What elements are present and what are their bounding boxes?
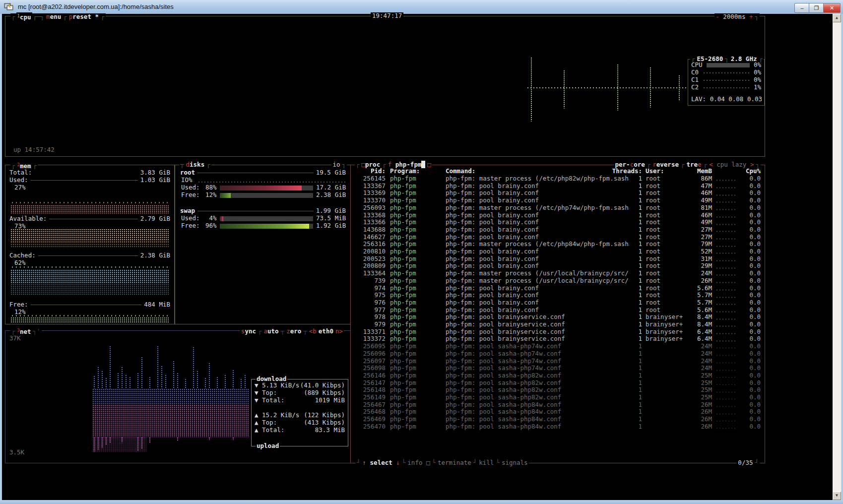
- process-row[interactable]: 256149php-fpmphp-fpm: pool sasha-php82w.…: [354, 394, 761, 401]
- process-row[interactable]: 975php-fpmphp-fpm: pool brainy.conf1root…: [354, 292, 761, 299]
- process-command: php-fpm: pool sasha-php84w.conf: [446, 408, 629, 416]
- process-row[interactable]: 200810php-fpmphp-fpm: pool brainy.conf1r…: [354, 248, 761, 255]
- preset-button[interactable]: preset *: [68, 13, 100, 21]
- process-row[interactable]: 133369php-fpmphp-fpm: pool brainy.conf1r…: [354, 189, 761, 197]
- net-download-spike: [129, 377, 131, 388]
- process-row[interactable]: 200809php-fpmphp-fpm: pool brainy.conf1r…: [354, 262, 761, 270]
- net-download-spike: [121, 367, 124, 388]
- terminate-button[interactable]: terminate: [437, 459, 472, 467]
- process-row[interactable]: 256097php-fpmphp-fpm: pool sasha-php74w.…: [354, 358, 761, 365]
- process-row[interactable]: 256148php-fpmphp-fpm: pool sasha-php82w.…: [354, 386, 761, 394]
- process-row[interactable]: 256098php-fpmphp-fpm: pool sasha-php74w.…: [354, 365, 761, 372]
- process-row[interactable]: 133364php-fpmphp-fpm: master process (/u…: [354, 270, 761, 277]
- process-pid: 143688: [354, 226, 386, 234]
- process-row[interactable]: 133370php-fpmphp-fpm: pool brainy.conf1r…: [354, 197, 761, 204]
- process-mem-graph: [715, 427, 737, 430]
- process-row[interactable]: 256469php-fpmphp-fpm: pool sasha-php84w.…: [354, 416, 761, 423]
- process-mem-graph: [715, 267, 737, 269]
- process-mem-graph: [715, 216, 737, 218]
- process-command: php-fpm: master process (/usr/local/brai…: [446, 277, 629, 285]
- process-mem: 26M: [688, 416, 712, 423]
- process-row[interactable]: 133371php-fpmphp-fpm: pool brainyservice…: [354, 328, 761, 336]
- select-control[interactable]: ↑ select ↓: [362, 459, 401, 467]
- process-mem-graph: [715, 252, 737, 254]
- process-threads: 1: [629, 234, 642, 241]
- process-threads: 1: [629, 219, 642, 226]
- disks-box-title[interactable]: disks: [185, 161, 206, 169]
- cpu-box-title[interactable]: 1cpu: [16, 12, 32, 21]
- process-row[interactable]: 256145php-fpmphp-fpm: master process (/e…: [354, 175, 761, 183]
- scroll-down-icon[interactable]: ▼: [833, 492, 841, 500]
- process-user: root: [646, 255, 688, 263]
- net-sync-button[interactable]: sync: [240, 328, 257, 335]
- divider-line: [31, 180, 138, 181]
- process-pid: 133368: [354, 212, 386, 219]
- process-row[interactable]: 256147php-fpmphp-fpm: pool sasha-php82w.…: [354, 379, 761, 387]
- process-row[interactable]: 133367php-fpmphp-fpm: pool brainy.conf1r…: [354, 183, 761, 190]
- process-user: root: [646, 175, 688, 183]
- process-row[interactable]: 133368php-fpmphp-fpm: pool brainy.conf1r…: [354, 212, 761, 219]
- col-cpu[interactable]: Cpu%: [741, 168, 761, 175]
- process-program: php-fpm: [390, 335, 446, 343]
- process-row[interactable]: 256095php-fpmphp-fpm: pool sasha-php74w.…: [354, 343, 761, 350]
- process-command: php-fpm: pool brainy.conf: [446, 262, 629, 270]
- interval-minus-button[interactable]: -: [715, 13, 719, 20]
- process-row[interactable]: 979php-fpmphp-fpm: pool brainyservice.co…: [354, 321, 761, 328]
- net-zero-button[interactable]: zero: [285, 328, 302, 335]
- signals-button[interactable]: signals: [501, 459, 529, 467]
- process-row[interactable]: 976php-fpmphp-fpm: pool brainy.conf1root…: [354, 299, 761, 307]
- process-mem-graph: [715, 179, 737, 182]
- interval-plus-button[interactable]: +: [749, 13, 753, 20]
- process-command: php-fpm: pool brainy.conf: [446, 212, 629, 219]
- col-pid[interactable]: Pid:: [354, 168, 386, 175]
- process-mem: 26M: [688, 408, 712, 416]
- disk-usage-label: Free:: [181, 191, 200, 199]
- process-row[interactable]: 256096php-fpmphp-fpm: pool sasha-php74w.…: [354, 350, 761, 358]
- info-button[interactable]: info □: [406, 459, 431, 467]
- process-command: php-fpm: pool brainy.conf: [446, 255, 629, 263]
- col-program[interactable]: Program:: [390, 168, 446, 175]
- col-memb[interactable]: MemB: [688, 168, 712, 175]
- process-row[interactable]: 256468php-fpmphp-fpm: pool sasha-php84w.…: [354, 408, 761, 416]
- col-user[interactable]: User:: [646, 168, 688, 175]
- process-row[interactable]: 256316php-fpmphp-fpm: master process (/e…: [354, 241, 761, 248]
- process-row[interactable]: 146627php-fpmphp-fpm: pool brainy.conf1r…: [354, 234, 761, 241]
- menu-button[interactable]: menu: [45, 13, 62, 21]
- process-cpu: 0.0: [741, 234, 761, 241]
- process-row[interactable]: 256093php-fpmphp-fpm: master process (/e…: [354, 204, 761, 212]
- process-row[interactable]: 143688php-fpmphp-fpm: pool brainy.conf1r…: [354, 226, 761, 234]
- process-cpu: 0.0: [741, 262, 761, 270]
- iface-prev-button[interactable]: <b: [308, 328, 318, 335]
- process-row[interactable]: 200523php-fpmphp-fpm: pool brainy.conf1r…: [354, 255, 761, 263]
- selection-counter: 0/35: [737, 459, 754, 467]
- process-row[interactable]: 256470php-fpmphp-fpm: pool sasha-php84w.…: [354, 423, 761, 431]
- cpu-info-row: C00%: [691, 69, 761, 76]
- iface-next-button[interactable]: n>: [334, 328, 344, 335]
- process-row[interactable]: 739php-fpmphp-fpm: master process (/usr/…: [354, 277, 761, 285]
- col-command[interactable]: Command:: [446, 168, 609, 175]
- col-threads[interactable]: Threads:: [609, 168, 642, 175]
- kill-button[interactable]: kill: [478, 459, 495, 467]
- process-mem-graph: [715, 230, 737, 233]
- close-button[interactable]: ✕: [823, 3, 841, 13]
- process-row[interactable]: 977php-fpmphp-fpm: pool brainy.conf1root…: [354, 307, 761, 314]
- process-program: php-fpm: [390, 183, 446, 190]
- process-row[interactable]: 256146php-fpmphp-fpm: pool sasha-php82w.…: [354, 372, 761, 379]
- process-row[interactable]: 256467php-fpmphp-fpm: pool sasha-php84w.…: [354, 401, 761, 409]
- process-mem: 31M: [688, 255, 712, 263]
- process-pid: 146627: [354, 234, 386, 241]
- process-cpu: 0.0: [741, 321, 761, 328]
- process-row[interactable]: 978php-fpmphp-fpm: pool brainyservice.co…: [354, 314, 761, 321]
- cpu-info-row: C21%: [691, 84, 761, 91]
- maximize-button[interactable]: ❐: [809, 3, 824, 13]
- process-row[interactable]: 974php-fpmphp-fpm: pool brainy.conf1root…: [354, 285, 761, 292]
- scroll-up-icon[interactable]: ▲: [833, 14, 841, 22]
- minimize-button[interactable]: –: [794, 3, 810, 13]
- upload-arrow-icon: ▲: [255, 427, 259, 434]
- net-auto-button[interactable]: auto: [262, 328, 279, 335]
- process-row[interactable]: 133372php-fpmphp-fpm: pool brainyservice…: [354, 335, 761, 343]
- io-toggle[interactable]: io: [331, 161, 341, 169]
- title-bar[interactable]: mc [root@a202.itdeveloper.com.ua]:/home/…: [0, 0, 843, 14]
- scrollbar[interactable]: ▲ ▼: [833, 14, 841, 500]
- process-row[interactable]: 133366php-fpmphp-fpm: pool brainy.conf1r…: [354, 219, 761, 226]
